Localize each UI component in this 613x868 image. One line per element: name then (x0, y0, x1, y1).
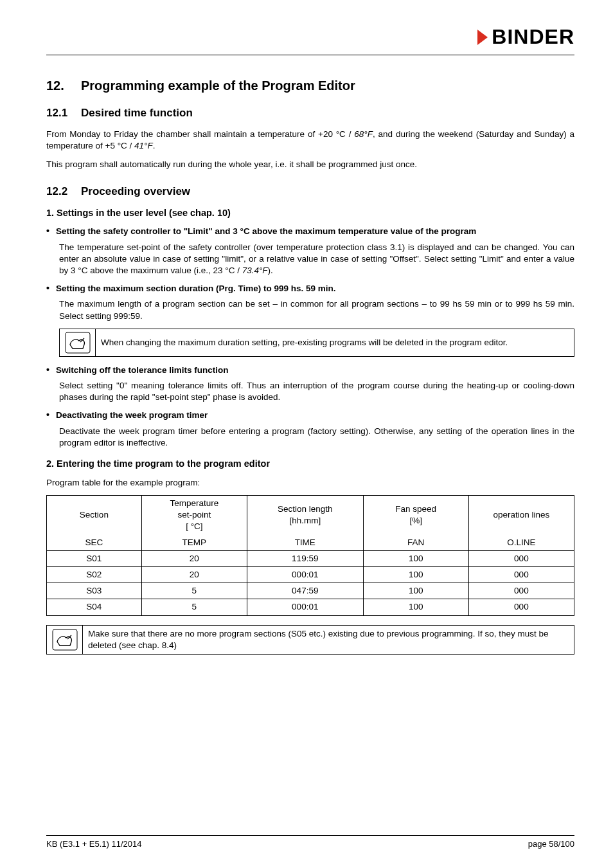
heading-12-num: 12. (46, 77, 81, 95)
text-italic: 73.4°F (242, 266, 268, 275)
p-12-1-1: From Monday to Friday the chamber shall … (46, 129, 574, 152)
list-item: • Setting the maximum section duration (… (46, 283, 574, 357)
cell: 000:01 (247, 599, 363, 615)
heading-12-1-num: 12.1 (46, 106, 81, 121)
svg-marker-0 (477, 30, 488, 45)
svg-rect-1 (66, 332, 90, 353)
footer-rule (46, 835, 574, 836)
table-row: S01 20 119:59 100 000 (47, 550, 574, 566)
col-header: Temperatureset-point[ °C] (141, 495, 247, 534)
cell: 100 (363, 550, 468, 566)
hand-note-icon (47, 626, 83, 654)
footer-right: page 58/100 (528, 838, 574, 850)
cell: 047:59 (247, 583, 363, 599)
text-italic: 68°F (354, 129, 373, 139)
hand-note-icon (60, 329, 96, 356)
cell: 000 (468, 567, 574, 583)
cell: 100 (363, 567, 468, 583)
text: . (153, 141, 155, 150)
col-code: O.LINE (468, 535, 574, 551)
col-header: Section (47, 495, 142, 534)
heading-12-2-num: 12.2 (46, 185, 81, 199)
bullet-title: Setting the maximum section duration (Pr… (56, 283, 336, 294)
cell: 119:59 (247, 550, 363, 566)
col-code: TIME (247, 535, 363, 551)
bullet-title: Deactivating the week program timer (56, 410, 208, 421)
cell: 000 (468, 599, 574, 615)
p-table-intro: Program table for the example program: (46, 477, 574, 489)
cell: 100 (363, 599, 468, 615)
col-code: FAN (363, 535, 468, 551)
brand-logo: BINDER (46, 23, 574, 51)
cell: 100 (363, 583, 468, 599)
table-row: S04 5 000:01 100 000 (47, 599, 574, 615)
heading-12-title: Programming example of the Program Edito… (81, 78, 355, 93)
bullet-body: The temperature set-point of the safety … (46, 242, 574, 277)
bullet-head: • Switching off the tolerance limits fun… (46, 365, 574, 376)
bullet-body: Deactivate the week program timer before… (46, 426, 574, 449)
list-item: • Deactivating the week program timer De… (46, 410, 574, 449)
table-header-row: SEC TEMP TIME FAN O.LINE (47, 535, 574, 551)
cell: S01 (47, 550, 142, 566)
header-rule (46, 55, 574, 55)
table-header-row: Section Temperatureset-point[ °C] Sectio… (47, 495, 574, 534)
cell: 000 (468, 550, 574, 566)
bullet-body: The maximum length of a program section … (46, 298, 574, 321)
bullet-dot-icon: • (46, 226, 49, 235)
table-row: S03 5 047:59 100 000 (47, 583, 574, 599)
bullet-list: • Setting the safety controller to "Limi… (46, 226, 574, 449)
cell: 20 (141, 550, 247, 566)
cell: 5 (141, 599, 247, 615)
program-table: Section Temperatureset-point[ °C] Sectio… (46, 495, 574, 616)
callout-text: Make sure that there are no more program… (83, 626, 574, 654)
text: The temperature set-point of the safety … (59, 242, 574, 275)
list-item: • Setting the safety controller to "Limi… (46, 226, 574, 276)
text: ). (268, 266, 273, 275)
p-12-1-2: This program shall automatically run dur… (46, 159, 574, 170)
heading-12-1: 12.1Desired time function (46, 106, 574, 121)
brand-name: BINDER (492, 23, 574, 51)
bullet-head: • Setting the maximum section duration (… (46, 283, 574, 294)
cell: 5 (141, 583, 247, 599)
bullet-dot-icon: • (46, 410, 49, 419)
subhead-entering: 2. Entering the time program to the prog… (46, 458, 574, 471)
bullet-dot-icon: • (46, 284, 49, 293)
heading-12-2: 12.2Proceeding overview (46, 185, 574, 199)
cell: 000 (468, 583, 574, 599)
heading-12-2-title: Proceeding overview (81, 185, 190, 197)
subhead-settings: 1. Settings in the user level (see chap.… (46, 207, 574, 220)
cell: 000:01 (247, 567, 363, 583)
logo-triangle-icon (475, 28, 490, 46)
svg-rect-2 (53, 629, 77, 650)
cell: 20 (141, 567, 247, 583)
bullet-title: Setting the safety controller to "Limit"… (56, 226, 476, 237)
bullet-body: Select setting "0" meaning tolerance lim… (46, 380, 574, 403)
callout-text: When changing the maximum duration setti… (96, 329, 574, 356)
bullet-title: Switching off the tolerance limits funct… (56, 365, 229, 376)
cell: S02 (47, 567, 142, 583)
col-header: Section length[hh.mm] (247, 495, 363, 534)
list-item: • Switching off the tolerance limits fun… (46, 365, 574, 404)
callout-note: Make sure that there are no more program… (46, 625, 574, 655)
cell: S03 (47, 583, 142, 599)
page-footer: KB (E3.1 + E5.1) 11/2014 page 58/100 (46, 835, 574, 850)
col-header: operation lines (468, 495, 574, 534)
heading-12-1-title: Desired time function (81, 107, 193, 119)
text-italic: 41°F (134, 141, 153, 150)
table-row: S02 20 000:01 100 000 (47, 567, 574, 583)
col-code: TEMP (141, 535, 247, 551)
cell: S04 (47, 599, 142, 615)
bullet-dot-icon: • (46, 365, 49, 374)
text: From Monday to Friday the chamber shall … (46, 129, 354, 139)
bullet-head: • Setting the safety controller to "Limi… (46, 226, 574, 237)
col-code: SEC (47, 535, 142, 551)
heading-12: 12.Programming example of the Program Ed… (46, 77, 574, 95)
footer-left: KB (E3.1 + E5.1) 11/2014 (46, 838, 142, 850)
col-header: Fan speed[%] (363, 495, 468, 534)
bullet-head: • Deactivating the week program timer (46, 410, 574, 421)
callout-note: When changing the maximum duration setti… (59, 329, 574, 357)
